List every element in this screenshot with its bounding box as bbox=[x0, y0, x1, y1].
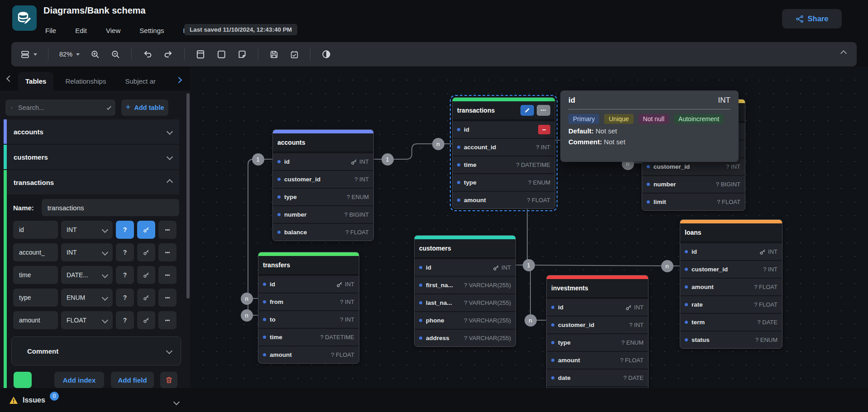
add-area-tool-button[interactable] bbox=[216, 49, 226, 59]
zoom-level-dropdown[interactable]: 82% bbox=[59, 51, 80, 58]
share-button[interactable]: Share bbox=[782, 9, 842, 28]
todo-button[interactable] bbox=[290, 50, 299, 59]
menu-item-settings[interactable]: Settings bbox=[137, 25, 167, 36]
comment-section[interactable]: Comment bbox=[11, 336, 181, 365]
table-field-row[interactable]: term? DATE bbox=[680, 313, 782, 331]
sidebar-item-accounts[interactable]: accounts bbox=[4, 119, 179, 144]
table-field-row[interactable]: phone? VARCHAR(255) bbox=[415, 311, 515, 329]
canvas-table-loans[interactable]: loansidINTcustomer_id? INTamount? FLOATr… bbox=[680, 219, 782, 349]
table-header[interactable]: transactions••• bbox=[453, 101, 555, 120]
undo-button[interactable] bbox=[143, 49, 153, 59]
table-more-options-button[interactable]: ••• bbox=[537, 105, 550, 116]
table-field-row[interactable]: number? BIGINT bbox=[273, 205, 373, 223]
table-field-row[interactable]: rate? FLOAT bbox=[680, 295, 782, 313]
table-field-row[interactable]: last_na...? VARCHAR(255) bbox=[415, 294, 515, 311]
table-field-row[interactable]: amount? FLOAT bbox=[453, 191, 555, 208]
view-mode-button[interactable] bbox=[20, 50, 37, 59]
tabs-scroll-left-button[interactable] bbox=[5, 72, 14, 85]
table-field-row[interactable]: address? VARCHAR(255) bbox=[415, 329, 515, 346]
tabs-scroll-right-button[interactable] bbox=[176, 76, 181, 84]
canvas-table-transactions[interactable]: transactions•••id−account_id? INTtime? D… bbox=[452, 97, 555, 209]
primary-key-toggle-button[interactable] bbox=[137, 311, 155, 329]
canvas-table-customers[interactable]: customersidINTfirst_na...? VARCHAR(255)l… bbox=[414, 235, 516, 347]
table-field-row[interactable]: idINT bbox=[415, 258, 515, 276]
search-input[interactable] bbox=[17, 104, 104, 112]
field-name-button[interactable]: amount bbox=[13, 311, 58, 329]
menu-item-edit[interactable]: Edit bbox=[72, 25, 90, 36]
table-field-row[interactable]: idINT bbox=[273, 152, 373, 170]
nullable-toggle-button[interactable]: ? bbox=[116, 266, 134, 284]
table-field-row[interactable]: limit? FLOAT bbox=[642, 193, 745, 210]
table-field-row[interactable]: status? ENUM bbox=[680, 331, 782, 348]
field-name-button[interactable]: type bbox=[13, 289, 58, 307]
menu-item-view[interactable]: View bbox=[103, 25, 123, 36]
issues-collapse-button[interactable] bbox=[174, 398, 179, 406]
primary-key-toggle-button[interactable] bbox=[137, 221, 155, 239]
field-more-options-button[interactable]: ••• bbox=[158, 266, 176, 284]
zoom-out-button[interactable] bbox=[111, 50, 120, 59]
canvas-table-accounts[interactable]: accountsidINTcustomer_id? INTtype? ENUMn… bbox=[272, 129, 374, 241]
field-name-button[interactable]: account_ bbox=[13, 243, 58, 261]
table-field-row[interactable]: amount? FLOAT bbox=[258, 346, 359, 363]
table-field-row[interactable]: amount? FLOAT bbox=[547, 351, 648, 369]
add-table-button[interactable]: + Add table bbox=[121, 99, 168, 116]
zoom-in-button[interactable] bbox=[91, 50, 100, 59]
sidebar-scrollbar[interactable] bbox=[186, 93, 190, 298]
nullable-toggle-button[interactable]: ? bbox=[116, 243, 134, 261]
redo-button[interactable] bbox=[163, 49, 173, 59]
table-field-row[interactable]: amount? FLOAT bbox=[680, 278, 782, 295]
canvas-table-investments[interactable]: investmentsidINTcustomer_id? INTtype? EN… bbox=[546, 275, 649, 404]
save-button[interactable] bbox=[269, 50, 279, 59]
table-field-row[interactable]: time? DATETIME bbox=[453, 156, 555, 173]
field-type-dropdown[interactable]: FLOAT bbox=[61, 311, 113, 329]
table-accordion-header[interactable]: transactions bbox=[4, 170, 179, 194]
table-field-row[interactable]: type? ENUM bbox=[273, 188, 373, 205]
search-box[interactable] bbox=[5, 99, 115, 116]
table-field-row[interactable]: time? DATETIME bbox=[258, 328, 359, 346]
table-field-row[interactable]: idINT bbox=[258, 275, 359, 293]
table-field-row[interactable]: number? BIGINT bbox=[642, 175, 745, 193]
table-field-row[interactable]: idINT bbox=[680, 242, 782, 260]
toolbar-collapse-button[interactable] bbox=[841, 49, 846, 57]
table-field-row[interactable]: customer_id? INT bbox=[547, 316, 648, 333]
issues-label[interactable]: Issues bbox=[23, 396, 45, 404]
table-field-row[interactable]: from? INT bbox=[258, 293, 359, 310]
delete-field-button[interactable]: − bbox=[538, 125, 550, 134]
table-header[interactable]: customers bbox=[415, 239, 515, 258]
nullable-toggle-button[interactable]: ? bbox=[116, 311, 134, 329]
field-name-button[interactable]: time bbox=[13, 266, 58, 284]
table-field-row[interactable]: date? DATE bbox=[547, 369, 648, 386]
primary-key-toggle-button[interactable] bbox=[137, 266, 155, 284]
table-header[interactable]: investments bbox=[547, 279, 648, 298]
add-table-tool-button[interactable] bbox=[196, 49, 205, 59]
primary-key-toggle-button[interactable] bbox=[137, 289, 155, 307]
menu-item-file[interactable]: File bbox=[43, 25, 59, 36]
add-note-tool-button[interactable] bbox=[237, 49, 247, 59]
table-field-row[interactable]: type? ENUM bbox=[453, 173, 555, 191]
tab-subject-ar[interactable]: Subject ar bbox=[118, 72, 163, 90]
field-more-options-button[interactable]: ••• bbox=[158, 289, 176, 307]
nullable-toggle-button[interactable]: ? bbox=[116, 289, 134, 307]
field-name-button[interactable]: id bbox=[13, 221, 58, 239]
primary-key-toggle-button[interactable] bbox=[137, 243, 155, 261]
field-type-dropdown[interactable]: INT bbox=[61, 221, 113, 239]
table-color-swatch[interactable] bbox=[14, 372, 32, 388]
table-field-row[interactable]: first_na...? VARCHAR(255) bbox=[415, 276, 515, 294]
table-field-row[interactable]: customer_id? INT bbox=[680, 260, 782, 278]
table-header[interactable]: accounts bbox=[273, 133, 373, 152]
table-field-row[interactable]: idINT bbox=[547, 298, 648, 316]
table-name-input[interactable] bbox=[42, 199, 179, 216]
field-more-options-button[interactable]: ••• bbox=[158, 311, 176, 329]
table-header[interactable]: transfers bbox=[258, 256, 359, 275]
field-type-dropdown[interactable]: ENUM bbox=[61, 289, 113, 307]
table-field-row[interactable]: to? INT bbox=[258, 310, 359, 328]
table-field-row[interactable]: type? ENUM bbox=[547, 333, 648, 351]
field-more-options-button[interactable]: ••• bbox=[158, 221, 176, 239]
field-more-options-button[interactable]: ••• bbox=[158, 243, 176, 261]
theme-contrast-button[interactable] bbox=[321, 49, 331, 59]
nullable-toggle-button[interactable]: ? bbox=[116, 221, 134, 239]
table-field-row[interactable]: customer_id? INT bbox=[273, 170, 373, 188]
field-type-dropdown[interactable]: INT bbox=[61, 243, 113, 261]
drawdb-logo-icon[interactable] bbox=[12, 5, 37, 31]
delete-table-button[interactable] bbox=[160, 372, 177, 388]
